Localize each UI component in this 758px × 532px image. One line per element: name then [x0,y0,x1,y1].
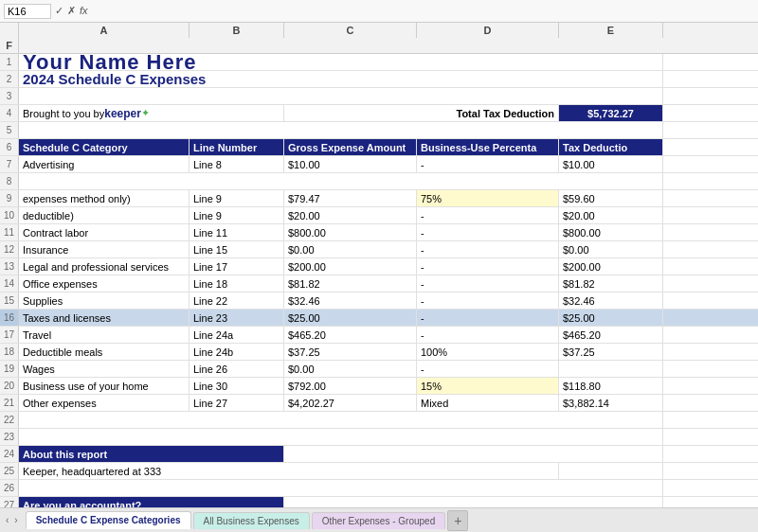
cell-18-5: $37.25 [559,344,663,360]
brought-by: Brought to you by keeper✦ [19,105,284,121]
col-gross-expense: Gross Expense Amount [284,139,417,155]
cell-10-1: deductible) [19,207,190,223]
cell-16-3: $25.00 [284,310,417,326]
row-4: 4 Brought to you by keeper✦ Total Tax De… [0,105,758,122]
col-header-a: A [19,23,190,38]
rownum-19: 19 [0,361,19,377]
cell-16-2: Line 23 [190,310,284,326]
cell-20-5: $118.80 [559,378,663,394]
cell-10-4: - [417,207,559,223]
rownum-13: 13 [0,258,19,275]
column-headers: A B C D E F [0,23,758,54]
row-8: 8 [0,173,758,190]
rownum-27: 27 [0,497,19,507]
cell-15-1: Supplies [19,293,190,309]
row-19: 19 Wages Line 26 $0.00 - [0,361,758,378]
row-5: 5 [0,122,758,139]
row-14: 14 Office expenses Line 18 $81.82 - $81.… [0,275,758,293]
tab-other-expenses[interactable]: Other Expenses - Grouped [312,512,446,529]
about-text: Keeper, headquartered at 333 [19,463,559,479]
row-24: 24 About this report [0,446,758,463]
cell-19-5 [559,361,663,377]
cell-13-4: - [417,258,559,275]
cell-17-5: $465.20 [559,327,663,343]
rownum-21: 21 [0,395,19,411]
rownum-8: 8 [0,173,19,189]
rownum-20: 20 [0,378,19,394]
row-23: 23 [0,429,758,446]
rownum-23: 23 [0,429,19,445]
col-header-c: C [284,23,417,38]
cell-18-3: $37.25 [284,344,417,360]
rownum-2: 2 [0,71,19,87]
cell-9-4: 75% [417,190,559,206]
cell-20-2: Line 30 [190,378,284,394]
cell-9-5: $59.60 [559,190,663,206]
cell-12-1: Insurance [19,241,190,257]
rownum-1: 1 [0,54,19,70]
cell-13-5: $200.00 [559,258,663,275]
cell-19-1: Wages [19,361,190,377]
col-header-d: D [417,23,559,38]
rownum-10: 10 [0,207,19,223]
cell-12-2: Line 15 [190,241,284,257]
rownum-24: 24 [0,446,19,462]
formula-input[interactable] [92,5,754,18]
cell-20-1: Business use of your home [19,378,190,394]
spreadsheet: A B C D E F 1 Your Name Here 2 2024 Sche… [0,23,758,507]
col-tax-deduction: Tax Deductio [559,139,663,155]
cell-10-3: $20.00 [284,207,417,223]
rownum-5: 5 [0,122,19,138]
row-22: 22 [0,412,758,429]
cell-reference[interactable]: K16 [4,4,51,19]
tab-add[interactable]: + [447,510,468,531]
col-business-use: Business-Use Percenta [417,139,559,155]
row-17: 17 Travel Line 24a $465.20 - $465.20 [0,327,758,344]
cell-11-1: Contract labor [19,224,190,240]
check-icon: ✓ [55,5,63,17]
cell-17-1: Travel [19,327,190,343]
cell-12-3: $0.00 [284,241,417,257]
cross-icon: ✗ [67,5,76,17]
row-12: 12 Insurance Line 15 $0.00 - $0.00 [0,241,758,258]
cell-20-4: 15% [417,378,559,394]
cell-10-2: Line 9 [190,207,284,223]
col-line-number: Line Number [190,139,284,155]
formula-icons: ✓ ✗ fx [55,5,88,17]
row-6: 6 Schedule C Category Line Number Gross … [0,139,758,156]
rownum-7: 7 [0,156,19,172]
tab-schedule-c[interactable]: Schedule C Expense Categories [26,511,191,529]
cell-16-5: $25.00 [559,310,663,326]
cell-15-5: $32.46 [559,293,663,309]
rownum-6: 6 [0,139,19,155]
tab-nav: ‹ › [4,513,20,527]
row-3: 3 [0,88,758,105]
col-header-e: E [559,23,663,38]
row-13: 13 Legal and professional services Line … [0,258,758,275]
row-11: 11 Contract labor Line 11 $800.00 - $800… [0,224,758,241]
row-20: 20 Business use of your home Line 30 $79… [0,378,758,395]
cell-14-2: Line 18 [190,275,284,292]
cell-21-3: $4,202.27 [284,395,417,411]
row-25: 25 Keeper, headquartered at 333 [0,463,758,480]
cell-7-4: - [417,156,559,172]
row-15: 15 Supplies Line 22 $32.46 - $32.46 [0,293,758,310]
rownum-17: 17 [0,327,19,343]
tab-prev[interactable]: ‹ [4,513,10,527]
cell-15-3: $32.46 [284,293,417,309]
cell-14-1: Office expenses [19,275,190,292]
cell-17-2: Line 24a [190,327,284,343]
row-21: 21 Other expenses Line 27 $4,202.27 Mixe… [0,395,758,412]
cell-7-3: $10.00 [284,156,417,172]
tab-all-business[interactable]: All Business Expenses [193,512,310,529]
cell-21-4: Mixed [417,395,559,411]
total-value: $5,732.27 [559,105,663,121]
cell-7-5: $10.00 [559,156,663,172]
cell-19-3: $0.00 [284,361,417,377]
formula-bar: K16 ✓ ✗ fx [0,0,758,23]
cell-13-3: $200.00 [284,258,417,275]
rownum-9: 9 [0,190,19,206]
cell-12-4: - [417,241,559,257]
cell-7-2: Line 8 [190,156,284,172]
tab-next[interactable]: › [12,513,19,527]
